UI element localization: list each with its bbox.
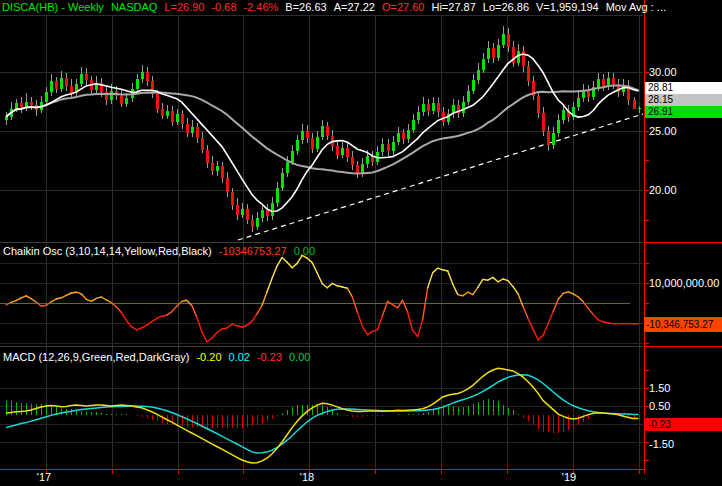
chaikin-line-segment — [66, 293, 71, 295]
chaikin-line-segment — [543, 323, 548, 335]
ask-label: A=27.22 — [334, 1, 375, 13]
chaikin-line-segment — [282, 257, 287, 262]
macd-panel[interactable] — [0, 368, 643, 463]
chaikin-line-segment — [317, 273, 322, 284]
open-label: O=27.60 — [382, 1, 425, 13]
macd-signal-line — [6, 375, 639, 453]
high-label: Hi=27.87 — [431, 1, 475, 13]
chaikin-line-segment — [86, 299, 91, 301]
mov-avg-label[interactable]: Mov Avg : ... — [606, 1, 666, 13]
chaikin-line-segment — [598, 320, 603, 322]
price-panel[interactable] — [0, 26, 643, 240]
chaikin-line-segment — [377, 315, 382, 329]
chaikin-line-segment — [413, 330, 418, 336]
chaikin-line-segment — [31, 299, 36, 302]
bid-label: B=26.63 — [285, 1, 326, 13]
macd-hist-value: -0.23 — [257, 351, 282, 363]
macd-indicator-label[interactable]: MACD (12,26,9,Green,Red,DarkGray) — [3, 351, 189, 363]
chart-canvas[interactable] — [0, 0, 722, 486]
chaikin-line-segment — [142, 325, 147, 327]
chaikin-line-segment — [322, 284, 327, 288]
chaikin-line-segment — [202, 331, 207, 341]
candles-layer — [5, 26, 641, 233]
macd-axis-label-neg150: -1.50 — [649, 438, 674, 450]
chaikin-line-segment — [448, 271, 453, 284]
chaikin-line-segment — [337, 286, 342, 287]
chaikin-line-segment — [553, 299, 558, 311]
chaikin-line-segment — [197, 317, 202, 331]
last-price-badge: 26.91 — [645, 106, 722, 118]
chaikin-line-segment — [403, 300, 408, 312]
chaikin-line-segment — [342, 287, 347, 288]
macd-axis-label-050: 0.50 — [649, 400, 670, 412]
chaikin-line-segment — [232, 324, 237, 326]
chaikin-line-segment — [352, 297, 357, 312]
chaikin-line-segment — [498, 279, 503, 282]
chaikin-line-segment — [237, 326, 242, 327]
chaikin-line-segment — [71, 292, 76, 293]
chaikin-line-segment — [493, 277, 498, 281]
chaikin-line-segment — [578, 297, 583, 302]
chaikin-line-segment — [568, 292, 573, 294]
chaikin-indicator-label[interactable]: Chaikin Osc (3,10,14,14,Yellow,Red,Black… — [3, 245, 212, 257]
chaikin-line-segment — [292, 263, 297, 267]
chaikin-line-segment — [116, 307, 121, 313]
chaikin-line-segment — [172, 306, 177, 312]
chaikin-line-segment — [433, 268, 438, 272]
ma-slow-value-badge: 28.15 — [645, 94, 722, 106]
chaikin-line-segment — [408, 312, 413, 330]
chaikin-line-segment — [91, 298, 96, 301]
chaikin-line-segment — [212, 333, 217, 339]
chaikin-line-segment — [518, 294, 523, 307]
price-axis-label-25: 25.00 — [649, 125, 677, 137]
chaikin-line-segment — [513, 287, 518, 294]
chaikin-line-segment — [182, 300, 187, 301]
chaikin-line-segment — [187, 300, 192, 305]
change-percent-label: -2.46% — [244, 1, 279, 13]
chaikin-line-segment — [76, 292, 81, 294]
chaikin-line-segment — [428, 273, 433, 288]
chaikin-line-segment — [393, 305, 398, 308]
chaikin-line-segment — [453, 284, 458, 294]
macd-value-badge: -0.23 — [645, 418, 722, 431]
chaikin-panel[interactable] — [0, 255, 643, 343]
chaikin-line-segment — [51, 299, 56, 302]
chaikin-line-segment — [217, 329, 222, 333]
chaikin-line-segment — [488, 277, 493, 280]
chaikin-line-segment — [558, 293, 563, 299]
chaikin-line-segment — [463, 292, 468, 296]
price-axis-label-20: 20.00 — [649, 184, 677, 196]
dashed-trendline[interactable] — [238, 114, 643, 240]
chart-header: DISCA(HB) - WeeklyNASDAQL=26.90-0.68-2.4… — [2, 1, 673, 13]
macd-label-row: MACD (12,26,9,Green,Red,DarkGray)-0.200.… — [3, 351, 317, 363]
time-axis-label-2018: '18 — [300, 471, 314, 483]
panel-dividers — [0, 16, 643, 347]
chaikin-line-segment — [277, 257, 282, 265]
chaikin-line-segment — [121, 313, 126, 321]
chaikin-label-row: Chaikin Osc (3,10,14,14,Yellow,Red,Black… — [3, 245, 322, 257]
chaikin-line-segment — [473, 287, 478, 294]
macd-value: -0.20 — [196, 351, 221, 363]
exchange-label: NASDAQ — [111, 1, 157, 13]
chaikin-line-segment — [603, 322, 608, 323]
chaikin-line-segment — [357, 312, 362, 326]
axis-frame — [0, 0, 722, 474]
chaikin-line-segment — [106, 300, 111, 303]
chaikin-line-segment — [538, 335, 543, 339]
chaikin-line-segment — [192, 305, 197, 317]
chaikin-axis-label: 10,000,000.00 — [649, 277, 719, 289]
chaikin-line-segment — [548, 311, 553, 323]
chaikin-line-segment — [583, 302, 588, 309]
chaikin-line-segment — [347, 288, 352, 297]
chaikin-line-segment — [593, 315, 598, 320]
chaikin-line-segment — [101, 297, 106, 300]
chaikin-line-segment — [483, 279, 488, 280]
volume-label: V=1,959,194 — [536, 1, 599, 13]
time-axis-label-2019: '19 — [562, 471, 576, 483]
macd-zero-value: 0.00 — [289, 351, 310, 363]
ma-fast-value-badge: 28.81 — [645, 82, 722, 94]
chaikin-line-segment — [418, 319, 423, 336]
chaikin-line-segment — [21, 296, 26, 298]
chaikin-line-segment — [588, 309, 593, 315]
chaikin-line-segment — [608, 323, 613, 324]
